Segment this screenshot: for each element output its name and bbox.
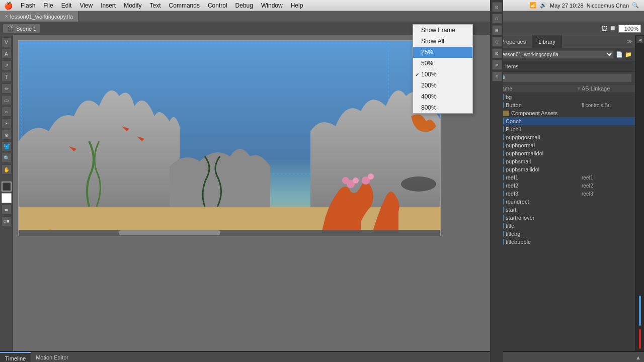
menu-file[interactable]: File [39, 0, 57, 11]
tool-hand[interactable]: ✋ [2, 164, 12, 174]
timeline-close-btn[interactable]: ▲ [632, 354, 644, 360]
panel-icon-3[interactable]: ⊞ [492, 25, 502, 35]
menu-edit[interactable]: Edit [57, 0, 76, 11]
library-item-name: title [506, 223, 582, 229]
library-item-titlebubble[interactable]: titlebubble [495, 238, 635, 246]
tool-transform[interactable]: ↗ [2, 60, 12, 70]
tool-oval[interactable]: ○ [2, 107, 12, 117]
tool-eraser[interactable]: ⊗ [2, 130, 12, 140]
color-chip-red [639, 329, 641, 349]
strip-btn-1[interactable]: ◀ [636, 36, 643, 43]
library-item-puphsmallidol[interactable]: puphsmallidol [495, 165, 635, 173]
library-item-name: start [506, 207, 582, 213]
doc-tab[interactable]: × lesson01_workingcopy.fla [0, 11, 78, 22]
panel-icon-1[interactable]: ⊡ [492, 2, 502, 12]
library-item-puph1[interactable]: Puph1 [495, 125, 635, 133]
zoom-input[interactable] [618, 25, 641, 33]
menu-debug[interactable]: Debug [231, 0, 257, 11]
zoom-option-50pct[interactable]: 50% [413, 58, 472, 69]
menu-window[interactable]: Window [257, 0, 287, 11]
library-new-icon[interactable]: 📄 [616, 51, 623, 58]
scene-icon: 🎬 [7, 25, 14, 32]
default-colors[interactable]: ◻◼ [2, 216, 12, 226]
apple-menu[interactable]: 🍎 [0, 2, 17, 10]
library-item-name: puphsmall [506, 158, 582, 164]
tab-library[interactable]: Library [532, 35, 562, 48]
library-item-component-assets[interactable]: ▶Component Assets [495, 109, 635, 117]
library-search-input[interactable] [498, 73, 632, 82]
tool-rect[interactable]: ▭ [2, 95, 12, 105]
tool-pencil[interactable]: ✏ [2, 83, 12, 94]
library-item-reef1[interactable]: reef1reef1 [495, 173, 635, 182]
left-toolbar: V A ↗ T ✏ ▭ ○ ✂ ⊗ 🪣 🔍 ✋ ⇄ ◻◼ [0, 35, 13, 351]
panel-icon-5[interactable]: ⊠ [492, 48, 502, 58]
library-item-pupghgosmall[interactable]: pupghgosmall [495, 133, 635, 141]
menu-insert[interactable]: Insert [97, 0, 120, 11]
library-file-select[interactable]: lesson01_workingcopy.fla [498, 50, 614, 59]
library-item-name: titlebg [506, 231, 582, 237]
panel-icon-2[interactable]: ⊙ [492, 14, 502, 24]
menu-view[interactable]: View [75, 0, 97, 11]
swap-colors[interactable]: ⇄ [2, 205, 12, 215]
zoom-icon-right: 🔲 [609, 25, 616, 32]
stroke-color[interactable] [2, 182, 12, 192]
menu-control[interactable]: Control [204, 0, 231, 11]
library-item-name: puphnormalidol [506, 150, 582, 156]
zoom-option-show-frame[interactable]: Show Frame [413, 25, 472, 36]
library-item-puphnormalidol[interactable]: puphnormalidol [495, 149, 635, 157]
canvas-hscrollbar[interactable] [19, 230, 441, 236]
library-item-puphsmall[interactable]: puphsmall [495, 157, 635, 165]
canvas-hscroll-thumb[interactable] [119, 230, 220, 235]
library-item-conch[interactable]: Conch [495, 117, 635, 125]
zoom-option-25pct[interactable]: 25% [413, 47, 472, 58]
library-item-button[interactable]: Buttonfl.controls.Bu [495, 101, 635, 109]
menu-text[interactable]: Text [146, 0, 165, 11]
zoom-option-400pct[interactable]: 400% [413, 91, 472, 102]
tool-text[interactable]: T [2, 72, 12, 82]
library-folder-icon[interactable]: 📁 [625, 51, 632, 58]
stage-svg [19, 41, 441, 236]
tool-select[interactable]: V [2, 37, 12, 47]
right-side-strip: ◀ [635, 35, 644, 351]
library-item-roundrect[interactable]: roundrect [495, 198, 635, 206]
tool-bucket[interactable]: 🪣 [2, 141, 12, 151]
library-item-linkage: fl.controls.Bu [582, 103, 632, 108]
zoom-controls: 🖼 🔲 [602, 25, 641, 33]
tab-timeline[interactable]: Timeline [0, 352, 31, 363]
library-item-reef3[interactable]: reef3reef3 [495, 190, 635, 198]
library-item-titlebg[interactable]: titlebg [495, 230, 635, 238]
panel-icon-7[interactable]: ≡ [492, 71, 502, 81]
menu-help[interactable]: Help [287, 0, 307, 11]
zoom-option-800pct[interactable]: 800% [413, 102, 472, 113]
stage[interactable] [18, 40, 441, 236]
svg-point-4 [353, 177, 359, 184]
library-list: bgButtonfl.controls.Bu▶Component AssetsC… [495, 93, 635, 351]
library-item-start[interactable]: start [495, 206, 635, 214]
tool-zoom[interactable]: 🔍 [2, 153, 12, 163]
tool-subselect[interactable]: A [2, 49, 12, 59]
svg-point-20 [401, 176, 436, 192]
close-icon[interactable]: × [5, 14, 8, 19]
library-item-bg[interactable]: bg [495, 93, 635, 101]
library-item-puphnormal[interactable]: puphnormal [495, 141, 635, 149]
menu-flash[interactable]: Flash [17, 0, 39, 11]
library-item-title[interactable]: title [495, 222, 635, 230]
zoom-option-100pct[interactable]: 100% [413, 69, 472, 80]
panel-expand-icon[interactable]: ≫ [625, 35, 635, 48]
panel-icon-6[interactable]: ⊗ [492, 60, 502, 70]
scene-name: Scene 1 [16, 26, 36, 32]
menu-commands[interactable]: Commands [165, 0, 204, 11]
library-item-name: roundrect [506, 199, 582, 205]
menu-modify[interactable]: Modify [120, 0, 145, 11]
library-item-startrollover[interactable]: startrollover [495, 214, 635, 222]
tab-motion-editor[interactable]: Motion Editor [31, 352, 73, 363]
zoom-option-200pct[interactable]: 200% [413, 80, 472, 91]
library-item-reef2[interactable]: reef2reef2 [495, 182, 635, 190]
zoom-option-show-all[interactable]: Show All [413, 36, 472, 47]
panel-icon-4[interactable]: ⊟ [492, 37, 502, 47]
library-item-name: Component Assets [511, 110, 582, 116]
scene-label[interactable]: 🎬 Scene 1 [3, 24, 40, 33]
tool-scissors[interactable]: ✂ [2, 118, 12, 128]
fill-color[interactable] [2, 193, 12, 203]
search-icon[interactable]: 🔍 [632, 2, 639, 9]
